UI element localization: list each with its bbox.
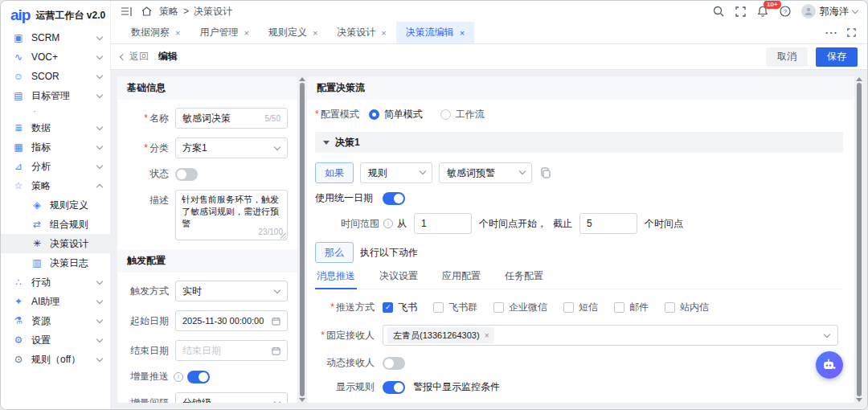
condition-type-select[interactable]: 规则 <box>360 162 432 183</box>
breadcrumb-parent[interactable]: 策略 <box>159 5 178 18</box>
dynamic-recipient-toggle[interactable] <box>383 357 405 370</box>
fullscreen-icon[interactable] <box>735 6 747 18</box>
range-to-input[interactable]: 5 <box>579 213 637 234</box>
sidebar-item-analysis[interactable]: ⊿分析 <box>1 157 110 176</box>
sidebar-item-action[interactable]: ∴行动 <box>1 273 110 292</box>
checkbox-wecom[interactable]: 企业微信 <box>493 301 547 314</box>
tag-close-icon[interactable]: × <box>485 331 489 340</box>
start-date-input[interactable]: 2025-11-30 00:00:00 <box>175 310 288 331</box>
save-button[interactable]: 保存 <box>816 47 858 67</box>
notifications-bell[interactable]: 10+ <box>757 6 768 17</box>
radio-simple-mode[interactable]: 简单模式 <box>369 108 423 121</box>
sidebar-item-decision-log[interactable]: ▥决策日志 <box>1 253 110 273</box>
menu-collapse-icon[interactable] <box>121 6 133 18</box>
unified-date-toggle[interactable] <box>383 192 405 205</box>
tab-decision-flow-edit[interactable]: 决策流编辑× <box>396 22 474 43</box>
radio-label: 简单模式 <box>384 108 423 121</box>
info-circle-icon[interactable]: i <box>174 372 183 382</box>
end-date-input[interactable]: 结束日期 <box>175 340 288 361</box>
show-rule-toggle[interactable] <box>383 381 405 394</box>
if-keyword-button[interactable]: 如果 <box>315 162 354 183</box>
tab-expand-icon[interactable] <box>847 28 856 37</box>
ai-assistant-fab[interactable] <box>816 351 843 379</box>
sidebar-item-settings[interactable]: ⚙设置 <box>1 330 110 350</box>
condition-rule-select[interactable]: 敏感词预警 <box>439 162 532 183</box>
sidebar-item-rule-definition[interactable]: ◈规则定义 <box>1 195 110 215</box>
radio-label: 工作流 <box>456 108 485 121</box>
config-mode-label: 配置模式 <box>315 108 359 121</box>
sidebar-item-combo-rules[interactable]: ⇄组合规则 <box>1 215 110 234</box>
sidebar-item-label: 资源 <box>31 314 97 328</box>
scroll-down-icon[interactable] <box>856 398 862 402</box>
breadcrumb-separator: > <box>183 6 189 17</box>
gear-icon: ⚙ <box>13 334 24 346</box>
description-textarea[interactable]: 针对售前服务环节，触发了敏感词规则，需进行预警23/100 <box>175 190 288 240</box>
back-button[interactable]: 返回 <box>121 50 149 64</box>
trigger-mode-select[interactable]: 实时 <box>175 281 288 301</box>
copy-rule-icon[interactable] <box>540 167 551 178</box>
scroll-up-icon[interactable] <box>856 77 862 81</box>
sidebar-item-decision-design[interactable]: ✳决策设计 <box>1 234 110 253</box>
search-icon[interactable] <box>712 6 724 18</box>
tab-more-icon[interactable]: ⋯ <box>825 25 837 40</box>
editor-actions: 取消 保存 <box>766 47 858 67</box>
tab-close-icon[interactable]: × <box>381 28 386 38</box>
chevron-down-icon <box>274 399 280 403</box>
decision-1-collapse-bar[interactable]: 决策1 <box>315 132 843 153</box>
scrm-icon: ▣ <box>13 32 24 43</box>
radio-workflow[interactable]: 工作流 <box>440 108 485 121</box>
chevron-down-icon <box>96 297 103 303</box>
checkbox-feishu-group[interactable]: 飞书群 <box>433 301 477 314</box>
scroll-down-icon[interactable] <box>299 398 305 402</box>
sidebar-item-resources[interactable]: ⚗资源 <box>1 311 110 330</box>
tab-user-mgmt[interactable]: 用户管理× <box>190 22 258 43</box>
range-from-input[interactable]: 1 <box>414 213 472 234</box>
right-panel-scrollbar[interactable] <box>854 76 864 403</box>
cancel-button[interactable]: 取消 <box>766 47 808 67</box>
sidebar-item-scrm[interactable]: ▣SCRM <box>1 28 110 47</box>
sidebar-item-goal-mgmt[interactable]: ▤目标管理 <box>1 86 110 105</box>
sidebar-item-rules-off[interactable]: ⊙规则（off） <box>1 350 110 369</box>
sidebar-item-ai-assistant[interactable]: ✦AI助理 <box>1 292 110 311</box>
resize-handle-icon[interactable] <box>280 233 286 239</box>
category-select[interactable]: 方案1 <box>175 137 288 158</box>
scroll-up-icon[interactable] <box>299 77 305 81</box>
tab-rule-definition[interactable]: 规则定义× <box>259 22 327 43</box>
checkbox-sms[interactable]: 短信 <box>563 301 598 314</box>
tab-close-icon[interactable]: × <box>460 28 465 38</box>
fixed-recipient-select[interactable]: 左青员(13361264303)× <box>383 325 838 346</box>
tab-close-icon[interactable]: × <box>244 28 248 38</box>
tab-resolution-settings[interactable]: 决议设置 <box>378 268 420 289</box>
sidebar-item-voc[interactable]: ∿VOC+ <box>1 47 110 67</box>
left-panel-scrollbar[interactable] <box>297 76 307 403</box>
tab-task-config[interactable]: 任务配置 <box>503 268 545 289</box>
then-keyword-button[interactable]: 那么 <box>315 242 354 263</box>
category-value: 方案1 <box>182 141 207 155</box>
home-icon[interactable] <box>141 6 153 18</box>
tab-message-push[interactable]: 消息推送 <box>315 268 357 289</box>
tab-app-config[interactable]: 应用配置 <box>440 268 482 289</box>
sidebar-item-metrics[interactable]: ▦指标 <box>1 137 110 157</box>
checkbox-site-message[interactable]: 站内信 <box>665 301 709 314</box>
tab-close-icon[interactable]: × <box>175 28 180 38</box>
sidebar-item-strategy[interactable]: ☆策略 <box>1 176 110 195</box>
interval-select[interactable]: 分钟级 <box>175 392 288 403</box>
sidebar-item-data[interactable]: ≣数据 <box>1 118 110 137</box>
sidebar: aip 运营工作台 v2.0 ▣SCRM ∿VOC+ ☺SCOR ▤目标管理 ·… <box>1 1 111 409</box>
checkbox-email[interactable]: 邮件 <box>614 301 649 314</box>
info-circle-icon[interactable]: i <box>383 219 393 228</box>
tab-data-insight[interactable]: 数据洞察× <box>121 22 190 43</box>
name-input[interactable]: 敏感词决策5/50 <box>175 108 288 129</box>
sidebar-item-scor[interactable]: ☺SCOR <box>1 67 110 86</box>
tab-close-icon[interactable]: × <box>313 28 317 38</box>
status-toggle[interactable] <box>175 168 198 181</box>
trigger-mode-label: 触发方式 <box>122 285 169 298</box>
push-method-label: 推送方式 <box>315 301 375 314</box>
scrollbar-thumb[interactable] <box>857 83 862 396</box>
incremental-push-toggle[interactable] <box>187 371 210 383</box>
user-menu[interactable]: 郭海洋 <box>801 4 858 18</box>
tab-decision-design[interactable]: 决策设计× <box>327 22 395 43</box>
scrollbar-thumb[interactable] <box>300 83 305 396</box>
help-icon[interactable]: ? <box>779 6 791 18</box>
checkbox-feishu[interactable]: 飞书 <box>383 301 417 314</box>
